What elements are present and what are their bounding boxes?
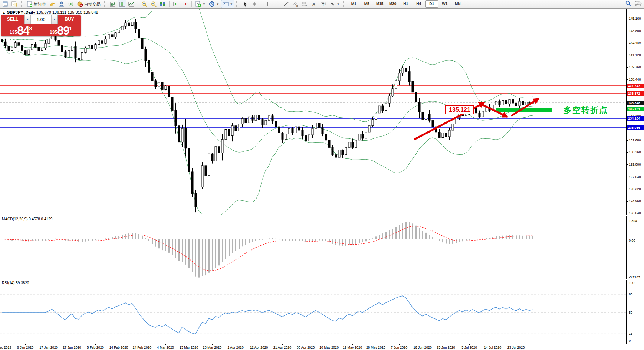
zoom-out-icon[interactable] bbox=[149, 0, 158, 8]
timeframe-button-d1[interactable]: D1 bbox=[426, 0, 438, 8]
collapse-triangle-icon[interactable]: ▲ bbox=[2, 11, 6, 14]
timeframe-button-h1[interactable]: H1 bbox=[400, 0, 412, 8]
fibonacci-tool-icon[interactable]: F bbox=[300, 0, 309, 8]
timeframe-button-m30[interactable]: M30 bbox=[387, 0, 399, 8]
metaeditor-icon[interactable] bbox=[48, 0, 57, 8]
price-tick-label: 145.160 bbox=[629, 17, 641, 20]
auto-scroll-icon[interactable] bbox=[171, 0, 180, 8]
volume-decrease-button[interactable]: ▼ bbox=[24, 15, 31, 24]
horizontal-line-tool-icon[interactable] bbox=[272, 0, 281, 8]
data-window-icon[interactable] bbox=[10, 0, 19, 8]
price-tick-label: 126.320 bbox=[629, 187, 641, 191]
axis-tick bbox=[626, 67, 628, 68]
volume-increase-button[interactable]: ▲ bbox=[51, 15, 58, 24]
timeframe-button-h4[interactable]: H4 bbox=[413, 0, 425, 8]
arrows-tool-icon[interactable]: ▼ bbox=[328, 0, 341, 8]
timeframe-button-m15[interactable]: M15 bbox=[374, 0, 386, 8]
timeframe-group: M1M5M15M30H1H4D1W1MN bbox=[348, 0, 464, 8]
date-label: 1 Apr 2020 bbox=[227, 346, 244, 349]
buy-price[interactable]: 135 89 1 bbox=[41, 24, 81, 36]
date-tick bbox=[446, 344, 446, 345]
price-callout-box[interactable]: 135.121 bbox=[445, 105, 474, 114]
zoom-in-icon[interactable] bbox=[140, 0, 149, 8]
toolbar-grip bbox=[21, 1, 23, 7]
rsi-pane[interactable] bbox=[0, 280, 626, 344]
date-axis[interactable]: 30 Dec 20198 Jan 202017 Jan 202027 Jan 2… bbox=[0, 344, 644, 350]
price-tick-label: 124.960 bbox=[629, 199, 641, 203]
signals-icon[interactable] bbox=[66, 0, 75, 8]
timeframe-button-w1[interactable]: W1 bbox=[438, 0, 451, 8]
buy-button[interactable]: BUY bbox=[58, 15, 81, 24]
text-tool-icon[interactable]: A bbox=[309, 0, 318, 8]
indicators-button[interactable]: ▼ bbox=[194, 0, 207, 8]
periods-button[interactable]: ▼ bbox=[207, 0, 221, 8]
axis-tick bbox=[626, 31, 628, 31]
market-watch-icon[interactable] bbox=[1, 0, 10, 8]
macd-pane[interactable] bbox=[0, 216, 626, 279]
price-tick-label: 123.640 bbox=[629, 211, 641, 215]
dropdown-arrow-icon: ▼ bbox=[203, 3, 206, 6]
dropdown-arrow-icon: ▼ bbox=[337, 3, 340, 6]
dropdown-arrow-icon: ▼ bbox=[216, 3, 219, 6]
macd-tick-label: 1.894 bbox=[629, 219, 637, 223]
buy-price-sup: 1 bbox=[69, 26, 72, 32]
price-axis[interactable]: 145.160143.800142.480141.120139.760138.4… bbox=[626, 9, 644, 344]
chat-icon[interactable] bbox=[634, 0, 642, 8]
trendline-tool-icon[interactable] bbox=[282, 0, 290, 8]
dropdown-arrow-icon: ▼ bbox=[230, 3, 233, 6]
vertical-line-tool-icon[interactable] bbox=[263, 0, 272, 8]
toolbar-separator bbox=[169, 1, 170, 7]
date-label: 14 Feb 2020 bbox=[109, 346, 128, 349]
price-tick-label: 127.640 bbox=[629, 175, 641, 179]
text-label-tool-icon[interactable]: T bbox=[319, 0, 328, 8]
date-label: 4 Mar 2020 bbox=[157, 346, 174, 349]
date-tick bbox=[165, 344, 166, 345]
date-tick bbox=[493, 344, 493, 345]
timeframe-button-m1[interactable]: M1 bbox=[348, 0, 360, 8]
date-tick bbox=[212, 344, 213, 345]
sell-button[interactable]: SELL bbox=[1, 15, 24, 24]
timeframe-button-m5[interactable]: M5 bbox=[361, 0, 373, 8]
tile-windows-icon[interactable] bbox=[158, 0, 167, 8]
sell-price-sup: 8 bbox=[29, 26, 32, 32]
date-tick bbox=[282, 344, 283, 345]
bar-chart-type-icon[interactable] bbox=[108, 0, 117, 8]
sell-price-prefix: 135 bbox=[10, 30, 17, 35]
axis-tick bbox=[626, 19, 628, 19]
macd-tick-label: 0.00 bbox=[629, 239, 635, 242]
pane-separator[interactable] bbox=[0, 279, 644, 280]
strategy-tester-icon[interactable] bbox=[57, 0, 66, 8]
axis-tick bbox=[626, 164, 628, 165]
axis-tick bbox=[626, 140, 628, 141]
volume-input[interactable] bbox=[31, 15, 51, 24]
one-click-trading-panel: SELL ▼ ▲ BUY 135 84 8 135 89 1 bbox=[1, 15, 81, 36]
date-tick bbox=[25, 344, 26, 345]
buy-price-big: 89 bbox=[57, 26, 69, 36]
date-tick bbox=[95, 344, 96, 345]
autotrading-button[interactable]: 自动交易 bbox=[76, 0, 102, 8]
volume-stepper: ▼ ▲ bbox=[24, 15, 58, 24]
crosshair-tool-icon[interactable] bbox=[250, 0, 259, 8]
pane-separator[interactable] bbox=[0, 215, 644, 216]
search-icon[interactable] bbox=[625, 0, 631, 8]
toolbar-grip bbox=[343, 1, 346, 7]
line-chart-type-icon[interactable] bbox=[127, 0, 136, 8]
templates-button[interactable]: ▼ bbox=[221, 0, 234, 8]
date-label: 5 Feb 2020 bbox=[87, 346, 104, 349]
level-lines bbox=[0, 86, 626, 128]
axis-tick bbox=[626, 189, 628, 189]
price-level-badge: 135.848 bbox=[627, 101, 644, 105]
channel-tool-icon[interactable]: E bbox=[291, 0, 300, 8]
chart-shift-icon[interactable] bbox=[181, 0, 190, 8]
timeframe-button-mn[interactable]: MN bbox=[451, 0, 464, 8]
turning-point-label[interactable]: 多空转折点 bbox=[564, 105, 608, 116]
new-order-button[interactable]: 新订单 bbox=[25, 0, 47, 8]
cursor-tool-icon[interactable] bbox=[241, 0, 250, 8]
candlestick-chart-type-icon[interactable] bbox=[118, 0, 126, 8]
rsi-tick-label: 80 bbox=[629, 292, 632, 296]
sell-price[interactable]: 135 84 8 bbox=[1, 24, 41, 36]
price-tick-label: 139.760 bbox=[629, 65, 641, 69]
svg-text:F: F bbox=[306, 5, 307, 7]
price-chart-pane[interactable] bbox=[0, 9, 626, 215]
rsi-tick-label: 100 bbox=[629, 281, 634, 285]
